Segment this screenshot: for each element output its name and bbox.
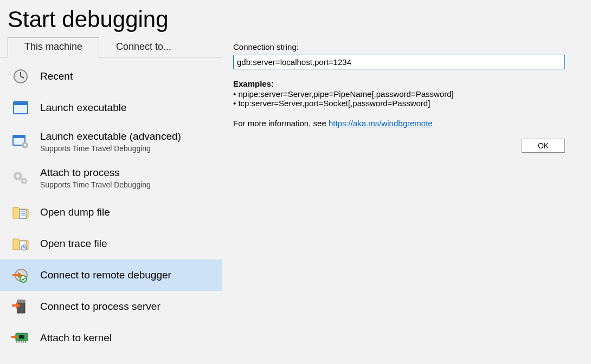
- svg-line-20: [24, 248, 25, 248]
- sidebar-item-sub: Supports Time Travel Debugging: [40, 180, 151, 190]
- sidebar-item-label: Launch executable (advanced): [40, 130, 181, 143]
- sidebar-item-label: Open dump file: [40, 206, 110, 219]
- examples-list: npipe:server=Server,pipe=PipeName[,passw…: [233, 89, 565, 108]
- svg-point-10: [16, 174, 20, 178]
- svg-rect-6: [13, 135, 25, 138]
- ok-button[interactable]: OK: [522, 139, 565, 153]
- connection-string-label: Connection string:: [233, 42, 565, 51]
- sidebar-item-open-dump-file[interactable]: Open dump file: [0, 197, 222, 228]
- info-prefix: For more information, see: [233, 119, 329, 128]
- sidebar: Recent Launch executable: [0, 61, 222, 354]
- svg-rect-25: [17, 300, 25, 303]
- page-title: Start debugging: [8, 6, 591, 32]
- sidebar-item-connect-to-remote-debugger[interactable]: Connect to remote debugger: [0, 259, 222, 291]
- tab-connect-to[interactable]: Connect to...: [99, 37, 188, 57]
- sidebar-item-label: Connect to remote debugger: [40, 269, 171, 282]
- sidebar-item-connect-to-process-server[interactable]: Connect to process server: [0, 291, 222, 322]
- example-item: tcp:server=Server,port=Socket[,password=…: [233, 99, 565, 108]
- sidebar-item-recent[interactable]: Recent: [0, 61, 222, 92]
- sidebar-item-label: Attach to kernel: [40, 332, 112, 344]
- window-icon: [10, 99, 31, 117]
- sidebar-item-label: Attach to process: [40, 166, 151, 179]
- sidebar-item-label: Recent: [40, 70, 73, 83]
- right-panel: Connection string: Examples: npipe:serve…: [222, 37, 591, 354]
- svg-rect-28: [19, 335, 24, 339]
- svg-point-12: [23, 180, 25, 182]
- info-link[interactable]: https://aka.ms/windbgremote: [329, 119, 433, 128]
- svg-point-8: [24, 144, 26, 146]
- connection-string-input[interactable]: [233, 55, 565, 69]
- info-line: For more information, see https://aka.ms…: [233, 119, 565, 128]
- sidebar-item-attach-to-process[interactable]: Attach to process Supports Time Travel D…: [0, 160, 222, 196]
- tab-this-machine[interactable]: This machine: [8, 37, 99, 57]
- examples-heading: Examples:: [233, 79, 565, 88]
- remote-debugger-icon: [10, 266, 31, 284]
- sidebar-item-launch-executable-advanced[interactable]: Launch executable (advanced) Supports Ti…: [0, 123, 222, 160]
- window-gear-icon: [10, 133, 31, 151]
- clock-icon: [10, 67, 31, 86]
- chip-icon: [10, 329, 31, 347]
- sidebar-item-sub: Supports Time Travel Debugging: [40, 144, 181, 154]
- sidebar-item-open-trace-file[interactable]: Open trace file: [0, 228, 222, 259]
- left-column: This machine Connect to... Recent: [0, 37, 222, 354]
- tab-strip: This machine Connect to...: [0, 37, 222, 57]
- svg-rect-13: [20, 210, 26, 218]
- sidebar-item-attach-to-kernel[interactable]: Attach to kernel: [0, 322, 222, 354]
- sidebar-item-label: Launch executable: [40, 101, 127, 114]
- folder-trace-icon: [10, 235, 31, 253]
- svg-rect-4: [14, 102, 28, 105]
- sidebar-item-label: Open trace file: [40, 237, 107, 250]
- sidebar-item-launch-executable[interactable]: Launch executable: [0, 92, 222, 123]
- gears-icon: [10, 169, 31, 187]
- sidebar-item-label: Connect to process server: [40, 300, 160, 313]
- folder-file-icon: [10, 203, 31, 222]
- server-icon: [10, 297, 31, 316]
- example-item: npipe:server=Server,pipe=PipeName[,passw…: [233, 89, 565, 99]
